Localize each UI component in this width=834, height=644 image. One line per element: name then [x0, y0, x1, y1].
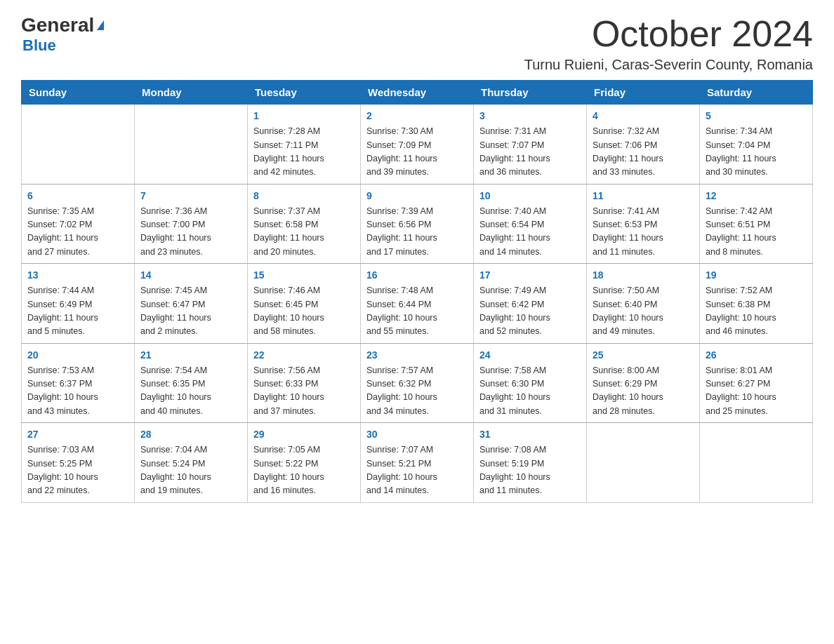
week-row-3: 13Sunrise: 7:44 AMSunset: 6:49 PMDayligh… [22, 264, 813, 344]
calendar-cell: 23Sunrise: 7:57 AMSunset: 6:32 PMDayligh… [361, 343, 474, 423]
day-info: Sunrise: 7:40 AMSunset: 6:54 PMDaylight:… [479, 205, 581, 260]
day-number: 23 [366, 348, 468, 363]
day-number: 1 [253, 109, 355, 123]
day-number: 25 [593, 348, 694, 363]
day-number: 27 [27, 427, 128, 442]
weekday-header-row: SundayMondayTuesdayWednesdayThursdayFrid… [22, 81, 813, 105]
day-number: 31 [479, 427, 581, 442]
calendar-cell: 4Sunrise: 7:32 AMSunset: 7:06 PMDaylight… [587, 105, 700, 185]
weekday-header-wednesday: Wednesday [361, 81, 474, 105]
calendar-cell: 28Sunrise: 7:04 AMSunset: 5:24 PMDayligh… [135, 423, 248, 503]
day-info: Sunrise: 7:42 AMSunset: 6:51 PMDaylight:… [706, 205, 807, 260]
day-number: 12 [706, 189, 807, 203]
day-info: Sunrise: 7:46 AMSunset: 6:45 PMDaylight:… [253, 284, 355, 339]
day-info: Sunrise: 7:36 AMSunset: 7:00 PMDaylight:… [140, 205, 241, 260]
day-number: 9 [366, 189, 468, 203]
day-info: Sunrise: 7:54 AMSunset: 6:35 PMDaylight:… [140, 364, 241, 419]
calendar-cell: 15Sunrise: 7:46 AMSunset: 6:45 PMDayligh… [248, 264, 361, 344]
day-info: Sunrise: 7:28 AMSunset: 7:11 PMDaylight:… [253, 125, 355, 180]
week-row-5: 27Sunrise: 7:03 AMSunset: 5:25 PMDayligh… [22, 423, 813, 503]
page-header: General Blue October 2024 Turnu Ruieni, … [21, 14, 813, 73]
weekday-header-friday: Friday [587, 81, 700, 105]
week-row-1: 1Sunrise: 7:28 AMSunset: 7:11 PMDaylight… [22, 105, 813, 185]
title-area: October 2024 Turnu Ruieni, Caras-Severin… [524, 14, 813, 73]
calendar-cell: 12Sunrise: 7:42 AMSunset: 6:51 PMDayligh… [700, 184, 813, 264]
day-info: Sunrise: 7:57 AMSunset: 6:32 PMDaylight:… [366, 364, 468, 419]
calendar-cell: 8Sunrise: 7:37 AMSunset: 6:58 PMDaylight… [248, 184, 361, 264]
day-info: Sunrise: 7:53 AMSunset: 6:37 PMDaylight:… [27, 364, 128, 419]
calendar-cell: 3Sunrise: 7:31 AMSunset: 7:07 PMDaylight… [474, 105, 587, 185]
day-number: 7 [140, 189, 241, 203]
logo-general-text: General [21, 14, 94, 36]
calendar-cell: 27Sunrise: 7:03 AMSunset: 5:25 PMDayligh… [22, 423, 135, 503]
calendar-cell: 31Sunrise: 7:08 AMSunset: 5:19 PMDayligh… [474, 423, 587, 503]
day-number: 20 [27, 348, 128, 363]
day-number: 4 [593, 109, 694, 123]
logo-blue-text: Blue [22, 36, 56, 55]
weekday-header-tuesday: Tuesday [248, 81, 361, 105]
calendar-cell: 1Sunrise: 7:28 AMSunset: 7:11 PMDaylight… [248, 105, 361, 185]
weekday-header-saturday: Saturday [700, 81, 813, 105]
logo-triangle-icon [97, 20, 104, 30]
day-info: Sunrise: 7:34 AMSunset: 7:04 PMDaylight:… [706, 125, 807, 180]
day-number: 18 [593, 268, 694, 283]
calendar-cell: 18Sunrise: 7:50 AMSunset: 6:40 PMDayligh… [587, 264, 700, 344]
day-number: 30 [366, 427, 468, 442]
day-info: Sunrise: 7:48 AMSunset: 6:44 PMDaylight:… [366, 284, 468, 339]
day-info: Sunrise: 7:31 AMSunset: 7:07 PMDaylight:… [479, 125, 581, 180]
day-number: 11 [593, 189, 694, 203]
calendar-cell: 24Sunrise: 7:58 AMSunset: 6:30 PMDayligh… [474, 343, 587, 423]
calendar-cell: 10Sunrise: 7:40 AMSunset: 6:54 PMDayligh… [474, 184, 587, 264]
day-number: 17 [479, 268, 581, 283]
calendar-cell [22, 105, 135, 185]
calendar-cell: 2Sunrise: 7:30 AMSunset: 7:09 PMDaylight… [361, 105, 474, 185]
day-info: Sunrise: 7:37 AMSunset: 6:58 PMDaylight:… [253, 205, 355, 260]
week-row-4: 20Sunrise: 7:53 AMSunset: 6:37 PMDayligh… [22, 343, 813, 423]
calendar-cell: 16Sunrise: 7:48 AMSunset: 6:44 PMDayligh… [361, 264, 474, 344]
day-number: 19 [706, 268, 807, 283]
day-number: 28 [140, 427, 241, 442]
day-number: 26 [706, 348, 807, 363]
calendar-cell: 29Sunrise: 7:05 AMSunset: 5:22 PMDayligh… [248, 423, 361, 503]
location-title: Turnu Ruieni, Caras-Severin County, Roma… [524, 57, 813, 73]
day-info: Sunrise: 7:56 AMSunset: 6:33 PMDaylight:… [253, 364, 355, 419]
calendar-cell: 19Sunrise: 7:52 AMSunset: 6:38 PMDayligh… [700, 264, 813, 344]
day-info: Sunrise: 7:35 AMSunset: 7:02 PMDaylight:… [27, 205, 128, 260]
weekday-header-thursday: Thursday [474, 81, 587, 105]
day-number: 29 [253, 427, 355, 442]
weekday-header-sunday: Sunday [22, 81, 135, 105]
day-info: Sunrise: 7:04 AMSunset: 5:24 PMDaylight:… [140, 443, 241, 498]
calendar-cell: 9Sunrise: 7:39 AMSunset: 6:56 PMDaylight… [361, 184, 474, 264]
week-row-2: 6Sunrise: 7:35 AMSunset: 7:02 PMDaylight… [22, 184, 813, 264]
day-number: 15 [253, 268, 355, 283]
calendar-cell: 14Sunrise: 7:45 AMSunset: 6:47 PMDayligh… [135, 264, 248, 344]
calendar-cell: 7Sunrise: 7:36 AMSunset: 7:00 PMDaylight… [135, 184, 248, 264]
day-info: Sunrise: 7:49 AMSunset: 6:42 PMDaylight:… [479, 284, 581, 339]
calendar-cell: 20Sunrise: 7:53 AMSunset: 6:37 PMDayligh… [22, 343, 135, 423]
calendar-cell: 26Sunrise: 8:01 AMSunset: 6:27 PMDayligh… [700, 343, 813, 423]
calendar-table: SundayMondayTuesdayWednesdayThursdayFrid… [21, 80, 813, 503]
day-info: Sunrise: 7:41 AMSunset: 6:53 PMDaylight:… [593, 205, 694, 260]
day-info: Sunrise: 8:00 AMSunset: 6:29 PMDaylight:… [593, 364, 694, 419]
day-number: 5 [706, 109, 807, 123]
day-info: Sunrise: 7:45 AMSunset: 6:47 PMDaylight:… [140, 284, 241, 339]
calendar-cell: 21Sunrise: 7:54 AMSunset: 6:35 PMDayligh… [135, 343, 248, 423]
day-info: Sunrise: 7:05 AMSunset: 5:22 PMDaylight:… [253, 443, 355, 498]
day-info: Sunrise: 7:52 AMSunset: 6:38 PMDaylight:… [706, 284, 807, 339]
day-info: Sunrise: 7:30 AMSunset: 7:09 PMDaylight:… [366, 125, 468, 180]
day-number: 21 [140, 348, 241, 363]
day-info: Sunrise: 7:07 AMSunset: 5:21 PMDaylight:… [366, 443, 468, 498]
calendar-cell: 11Sunrise: 7:41 AMSunset: 6:53 PMDayligh… [587, 184, 700, 264]
day-info: Sunrise: 7:32 AMSunset: 7:06 PMDaylight:… [593, 125, 694, 180]
calendar-cell: 17Sunrise: 7:49 AMSunset: 6:42 PMDayligh… [474, 264, 587, 344]
weekday-header-monday: Monday [135, 81, 248, 105]
logo: General Blue [21, 14, 104, 55]
calendar-cell: 22Sunrise: 7:56 AMSunset: 6:33 PMDayligh… [248, 343, 361, 423]
calendar-cell [587, 423, 700, 503]
calendar-cell: 25Sunrise: 8:00 AMSunset: 6:29 PMDayligh… [587, 343, 700, 423]
day-number: 24 [479, 348, 581, 363]
day-info: Sunrise: 8:01 AMSunset: 6:27 PMDaylight:… [706, 364, 807, 419]
calendar-cell: 5Sunrise: 7:34 AMSunset: 7:04 PMDaylight… [700, 105, 813, 185]
month-title: October 2024 [524, 14, 813, 54]
day-number: 6 [27, 189, 128, 203]
